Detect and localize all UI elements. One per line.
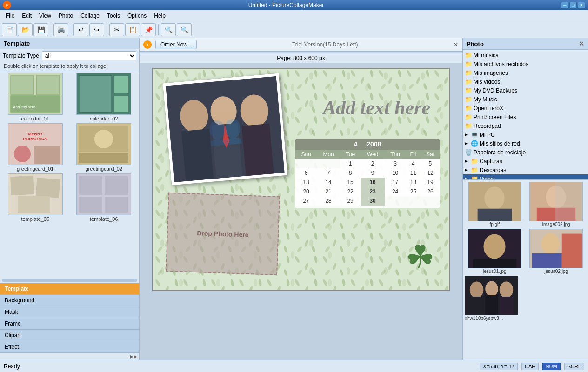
template-item-calendar02[interactable]: calendar_02 — [71, 73, 138, 121]
toolbar-btn-9[interactable]: 📌 — [141, 23, 156, 36]
folder-icon: 📁 — [465, 105, 472, 112]
svg-rect-36 — [181, 129, 214, 182]
toolbar-btn-7[interactable]: ✂ — [109, 23, 124, 36]
template-item-greetingcard01[interactable]: MERRY CHRISTMAS greetingcard_01 — [2, 123, 69, 172]
cal-cell — [295, 159, 317, 168]
svg-rect-48 — [555, 182, 582, 221]
photo-panel-header: Photo ✕ — [463, 38, 588, 50]
cat-clipart[interactable]: Clipart — [0, 330, 139, 341]
svg-text:CHRISTMAS: CHRISTMAS — [23, 137, 48, 141]
svg-point-12 — [14, 146, 31, 162]
folder-recordpad[interactable]: 📁 Recordpad — [463, 121, 588, 130]
recycle-icon: 🗑️ — [465, 149, 472, 156]
close-button[interactable]: ✕ — [578, 2, 585, 8]
cal-cell-highlighted: 23 — [361, 187, 385, 196]
folder-label: Capturas — [480, 158, 502, 165]
menu-collage[interactable]: Collage — [77, 12, 103, 20]
minimize-button[interactable]: ─ — [561, 2, 568, 8]
cal-row-6 — [295, 206, 440, 208]
toolbar-btn-11[interactable]: 🔍 — [177, 23, 192, 36]
folder-label: My DVD Backups — [474, 87, 517, 94]
cat-effect[interactable]: Effect — [0, 341, 139, 353]
cal-wed: Wed — [361, 150, 385, 159]
folder-dvd[interactable]: 📁 My DVD Backups — [463, 86, 588, 95]
menu-options[interactable]: Options — [124, 12, 150, 20]
toolbar-btn-4[interactable]: 🖨️ — [53, 23, 68, 36]
template-item-5[interactable]: template_05 — [2, 173, 69, 222]
template-type-row: Template Type all — [0, 49, 139, 62]
template-item-calendar01[interactable]: Add text here calendar_01 — [2, 73, 69, 121]
cat-frame[interactable]: Frame — [0, 318, 139, 330]
menu-tools[interactable]: Tools — [103, 12, 124, 20]
cal-cell: 4 — [406, 159, 421, 168]
photo-panel-close[interactable]: ✕ — [579, 40, 584, 47]
app-icon: P — [3, 1, 11, 9]
folder-mis-sitios[interactable]: ▶ 🌐 Mis sitios de red — [463, 139, 588, 148]
folder-papelera[interactable]: 🗑️ Papelera de reciclaje — [463, 148, 588, 157]
drop-photo-1[interactable]: Drop Photo Here — [166, 193, 280, 275]
folder-printscreen[interactable]: 📁 PrintScreen Files — [463, 113, 588, 121]
cal-cell: 22 — [340, 187, 361, 196]
photo-item-image002[interactable]: image002.jpg — [527, 182, 587, 227]
svg-rect-25 — [79, 197, 102, 213]
folder-capturas[interactable]: ▶ 📁 Capturas — [463, 157, 588, 166]
cat-mask[interactable]: Mask — [0, 306, 139, 318]
cal-cell: 15 — [340, 178, 361, 187]
folder-icon: 📁 — [471, 175, 478, 180]
right-panel: Photo ✕ 📁 Mi música 📁 Mis archivos recib… — [462, 38, 588, 360]
toolbar-btn-1[interactable]: 📄 — [2, 23, 17, 36]
photo-item-jesus01[interactable]: jesus01.jpg — [465, 229, 525, 274]
folder-mi-musica[interactable]: 📁 Mi música — [463, 51, 588, 60]
photo-thumb-xhw — [465, 276, 518, 315]
photo-item-jesus02[interactable]: jesus02.jpg — [527, 229, 587, 274]
folder-descargas[interactable]: ▶ 📁 Descargas — [463, 166, 588, 174]
folder-openlieroX[interactable]: 📁 OpenLieroX — [463, 104, 588, 113]
cat-background[interactable]: Background — [0, 295, 139, 306]
folder-mis-videos[interactable]: 📁 Mis vídeos — [463, 77, 588, 86]
photo-item-fp[interactable]: fp.gif — [465, 182, 525, 227]
template-item-6[interactable]: template_06 — [71, 173, 138, 222]
toolbar-btn-3[interactable]: 💾 — [33, 23, 48, 36]
expand-arrow-icon[interactable]: ▶▶ — [130, 354, 137, 359]
cal-row-1: 1 2 3 4 5 — [295, 159, 440, 168]
folder-mis-archivos[interactable]: 📁 Mis archivos recibidos — [463, 60, 588, 68]
cal-cell: 11 — [406, 168, 421, 178]
template-item-greetingcard02[interactable]: greetingcard_02 — [71, 123, 138, 172]
cat-template[interactable]: Template — [0, 283, 139, 295]
status-coordinates: X=538, Y=-17 — [480, 363, 518, 370]
cal-row-3: 13 14 15 16 17 18 19 — [295, 178, 440, 187]
order-now-button[interactable]: Order Now... — [155, 40, 197, 49]
folder-icon: 📁 — [465, 113, 472, 120]
cal-cell: 10 — [385, 168, 406, 178]
toolbar-btn-8[interactable]: 📋 — [125, 23, 140, 36]
close-trial-button[interactable]: ✕ — [453, 41, 459, 48]
toolbar-btn-5[interactable]: ↩ — [74, 23, 88, 36]
photo-item-xhw[interactable]: xhw110b6yspw3... — [465, 276, 586, 321]
cal-cell — [317, 159, 340, 168]
menu-edit[interactable]: Edit — [18, 12, 35, 20]
toolbar-btn-6[interactable]: ↪ — [89, 23, 104, 36]
menu-file[interactable]: File — [2, 12, 18, 20]
template-type-select[interactable]: all — [42, 51, 136, 60]
folder-varios[interactable]: ▶ 📁 Varios — [463, 174, 588, 180]
folder-label: OpenLieroX — [474, 105, 503, 112]
svg-rect-38 — [212, 123, 242, 179]
add-text-label[interactable]: Add text here — [323, 97, 430, 119]
menu-view[interactable]: View — [35, 12, 55, 20]
folder-icon: 📁 — [465, 60, 472, 67]
toolbar-btn-10[interactable]: 🔍 — [161, 23, 176, 36]
cal-cell: 5 — [421, 159, 440, 168]
expand-arrow-icon: ▶ — [465, 159, 469, 163]
folder-mis-imagenes[interactable]: 📁 Mis imágenes — [463, 68, 588, 77]
collage-main-photo[interactable] — [163, 73, 287, 186]
svg-rect-58 — [470, 297, 483, 315]
menu-help[interactable]: Help — [150, 12, 169, 20]
toolbar-btn-2[interactable]: 📂 — [18, 23, 33, 36]
folder-my-music[interactable]: 📁 My Music — [463, 95, 588, 104]
toolbar-sep-3 — [107, 24, 107, 35]
scroll-grip[interactable] — [2, 279, 137, 282]
folder-mi-pc[interactable]: ▶ 💻 Mi PC — [463, 130, 588, 139]
restore-button[interactable]: □ — [569, 2, 577, 8]
computer-icon: 💻 — [471, 131, 478, 138]
menu-photo[interactable]: Photo — [55, 12, 77, 20]
